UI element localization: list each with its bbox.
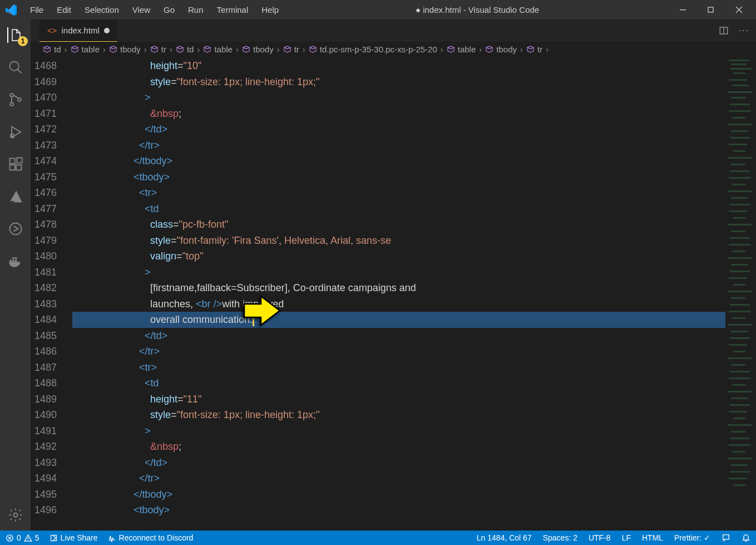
line-number: 1495	[31, 487, 57, 503]
menu-run[interactable]: Run	[182, 3, 209, 17]
search-icon[interactable]	[8, 60, 23, 75]
code-line[interactable]: </tr>	[72, 138, 725, 154]
breadcrumb-item[interactable]: td	[176, 45, 194, 54]
azure-icon[interactable]	[8, 189, 23, 204]
svg-rect-49	[732, 251, 745, 252]
status-problems[interactable]: 0 5	[6, 533, 39, 542]
breadcrumb-item[interactable]: tbody	[242, 45, 274, 54]
breadcrumb-item[interactable]: table	[71, 45, 100, 54]
status-eol[interactable]: LF	[622, 533, 631, 542]
menu-help[interactable]: Help	[256, 3, 284, 17]
breadcrumb-item[interactable]: table	[447, 45, 476, 54]
svg-rect-10	[17, 158, 22, 163]
code-line[interactable]: style="font-size: 1px; line-height: 1px;…	[72, 407, 725, 423]
code-line[interactable]: style="font-family: 'Fira Sans', Helveti…	[72, 233, 725, 249]
menu-view[interactable]: View	[127, 3, 156, 17]
code-line[interactable]: <tr>	[72, 185, 725, 201]
code-line[interactable]: <tbody>	[72, 502, 725, 518]
breadcrumb-item[interactable]: table	[203, 45, 233, 54]
code-line[interactable]: [firstname,fallback=Subscriber], Co-ordi…	[72, 280, 725, 296]
status-cursor-pos[interactable]: Ln 1484, Col 67	[477, 533, 532, 542]
menu-terminal[interactable]: Terminal	[211, 3, 254, 17]
minimap[interactable]	[725, 57, 756, 531]
code-line[interactable]: &nbsp;	[72, 106, 725, 122]
svg-rect-53	[729, 277, 747, 279]
code-line[interactable]: </tr>	[72, 470, 725, 487]
breadcrumb-item[interactable]: td.pc-sm-p-35-30.pc-xs-p-25-20	[309, 45, 437, 54]
code-line[interactable]: height="11"	[72, 391, 725, 407]
line-number: 1491	[31, 423, 57, 439]
code-line[interactable]: </td>	[72, 455, 725, 471]
menu-go[interactable]: Go	[158, 3, 180, 17]
svg-point-11	[9, 223, 21, 235]
breadcrumb-item[interactable]: td	[43, 45, 61, 54]
svg-rect-40	[728, 190, 752, 192]
code-editor[interactable]: 1468146914701471147214731474147514761477…	[31, 57, 756, 531]
run-debug-icon[interactable]	[8, 124, 23, 140]
line-number: 1474	[31, 153, 57, 169]
breadcrumb-separator-icon: ›	[546, 45, 549, 54]
docker-icon[interactable]	[8, 253, 23, 269]
code-line[interactable]: >	[72, 264, 725, 281]
svg-rect-32	[730, 137, 750, 139]
status-live-share[interactable]: Live Share	[50, 533, 98, 542]
code-line[interactable]: >	[72, 423, 725, 439]
code-line[interactable]: </td>	[72, 328, 725, 344]
svg-rect-70	[728, 391, 752, 392]
svg-rect-55	[728, 291, 752, 292]
line-number: 1493	[31, 455, 57, 471]
breadcrumb-item[interactable]: tr	[283, 45, 299, 54]
line-number: 1485	[31, 328, 57, 344]
tab-index-html[interactable]: <> index.html	[39, 19, 117, 42]
code-line[interactable]: <tr>	[72, 360, 725, 376]
svg-rect-20	[731, 63, 747, 65]
breadcrumb-item[interactable]: tbody	[109, 45, 141, 54]
code-line[interactable]: &nbsp;	[72, 439, 725, 455]
extensions-icon[interactable]	[8, 156, 23, 172]
menu-selection[interactable]: Selection	[79, 3, 125, 17]
settings-gear-icon[interactable]	[8, 507, 23, 523]
status-spaces[interactable]: Spaces: 2	[543, 533, 577, 542]
liveshare-icon[interactable]	[8, 221, 23, 237]
code-line[interactable]: valign="top"	[72, 248, 725, 264]
code-line[interactable]: class="pc-fb-font"	[72, 217, 725, 233]
code-line[interactable]: </tr>	[72, 343, 725, 360]
status-bell-icon[interactable]	[742, 533, 750, 542]
menu-edit[interactable]: Edit	[51, 3, 77, 17]
line-number: 1471	[31, 106, 57, 122]
code-line[interactable]: >	[72, 90, 725, 106]
svg-rect-8	[9, 165, 14, 170]
code-line[interactable]: launches, <br />with improved	[72, 296, 725, 312]
svg-rect-73	[729, 411, 747, 413]
status-feedback-icon[interactable]	[722, 533, 730, 542]
maximize-button[interactable]	[698, 0, 724, 19]
status-prettier[interactable]: Prettier: ✓	[674, 533, 710, 542]
code-body[interactable]: height="10" style="font-size: 1px; line-…	[72, 57, 725, 531]
close-button[interactable]	[726, 0, 752, 19]
svg-rect-47	[730, 237, 750, 239]
status-encoding[interactable]: UTF-8	[589, 533, 611, 542]
breadcrumb-item[interactable]: tr	[526, 45, 542, 54]
code-line[interactable]: <tbody>	[72, 169, 725, 185]
code-line[interactable]: height="10"	[72, 58, 725, 74]
breadcrumb-separator-icon: ›	[441, 45, 443, 54]
status-language[interactable]: HTML	[642, 533, 663, 542]
more-actions-icon[interactable]: ···	[739, 26, 749, 36]
breadcrumb-item[interactable]: tbody	[485, 45, 517, 54]
svg-rect-1	[708, 7, 713, 12]
code-line[interactable]: <td	[72, 375, 725, 391]
code-line[interactable]: overall communication.	[72, 312, 725, 328]
code-line[interactable]: <td	[72, 201, 725, 217]
code-line[interactable]: </tbody>	[72, 153, 725, 169]
minimize-button[interactable]	[670, 0, 696, 19]
code-line[interactable]: </td>	[72, 121, 725, 138]
breadcrumb-bar[interactable]: td›table›tbody›tr›td›table›tbody›tr›td.p…	[31, 42, 756, 57]
breadcrumb-item[interactable]: tr	[150, 45, 166, 54]
menu-file[interactable]: File	[24, 3, 49, 17]
split-editor-icon[interactable]	[719, 26, 729, 36]
source-control-icon[interactable]	[8, 92, 23, 107]
status-discord[interactable]: Reconnect to Discord	[108, 533, 194, 542]
code-line[interactable]: style="font-size: 1px; line-height: 1px;…	[72, 74, 725, 90]
code-line[interactable]: </tbody>	[72, 487, 725, 503]
svg-point-2	[9, 62, 18, 71]
